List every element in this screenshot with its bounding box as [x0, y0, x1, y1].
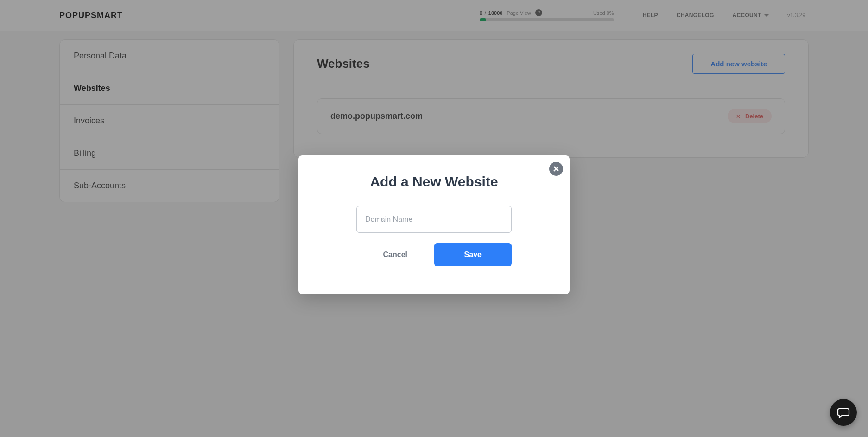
modal-overlay[interactable]: Add a New Website Cancel Save: [0, 0, 868, 437]
modal-title: Add a New Website: [322, 174, 546, 190]
modal-buttons: Cancel Save: [356, 243, 512, 266]
domain-name-input[interactable]: [356, 206, 512, 233]
modal-close-button[interactable]: [549, 162, 563, 176]
close-icon: [553, 166, 559, 172]
save-button[interactable]: Save: [434, 243, 512, 266]
chat-widget-button[interactable]: [830, 399, 857, 426]
cancel-button[interactable]: Cancel: [356, 243, 434, 266]
chat-icon: [837, 406, 850, 419]
add-website-modal: Add a New Website Cancel Save: [298, 155, 570, 294]
